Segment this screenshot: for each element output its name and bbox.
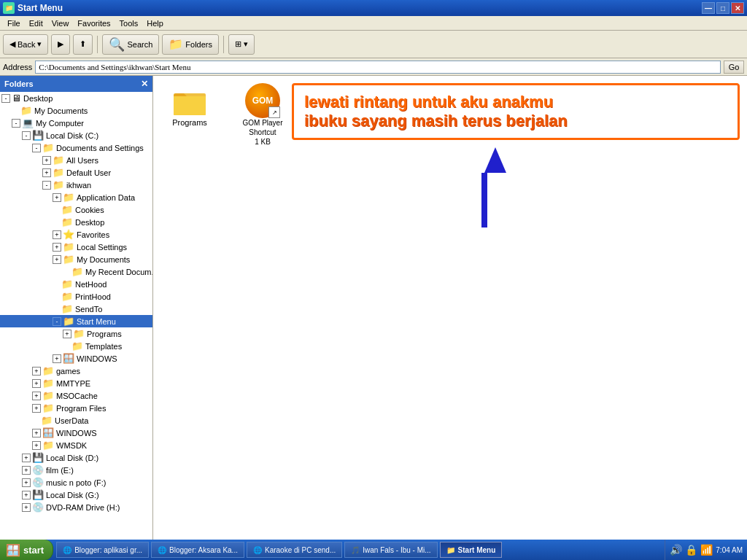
- tree-label-program-files: Program Files: [56, 404, 106, 413]
- minimize-button[interactable]: —: [702, 2, 715, 14]
- toggle-application-data[interactable]: +: [53, 193, 61, 202]
- tree-item-local-disk-c[interactable]: - 💾 Local Disk (C:): [0, 129, 152, 141]
- toggle-my-computer[interactable]: -: [12, 119, 20, 128]
- views-button[interactable]: ⊞ ▾: [228, 34, 255, 55]
- folder-icon-desktop2: 📁: [61, 217, 73, 228]
- folders-button[interactable]: 📁 Folders: [162, 34, 219, 55]
- search-button[interactable]: 🔍 Search: [102, 34, 159, 55]
- toggle-local-disk-c[interactable]: -: [22, 131, 31, 140]
- folder-panel-close[interactable]: ✕: [141, 79, 148, 89]
- maximize-button[interactable]: □: [716, 2, 729, 14]
- taskbar-item-blogger2[interactable]: 🌐 Blogger: Aksara Ka...: [151, 542, 244, 558]
- tree-item-games[interactable]: + 📁 games: [0, 365, 152, 377]
- menu-help[interactable]: Help: [142, 18, 168, 29]
- tree-label-music-f: music n poto (F:): [46, 478, 107, 487]
- back-icon: ◀: [9, 39, 15, 49]
- tree-item-templates[interactable]: 📁 Templates: [0, 340, 152, 352]
- tree-label-local-disk-d: Local Disk (D:): [46, 454, 98, 462]
- taskbar-item-iwan[interactable]: 🎵 Iwan Fals - Ibu - Mi...: [344, 542, 437, 558]
- tree-item-nethood[interactable]: 📁 NetHood: [0, 278, 152, 290]
- tree-item-my-recent[interactable]: 📁 My Recent Docum...: [0, 265, 152, 278]
- go-button[interactable]: Go: [724, 61, 744, 74]
- taskbar-label-karaoke: Karaoke di PC send...: [265, 546, 336, 554]
- file-item-gom[interactable]: GOM ↗ GOM Player Shortcut 1 KB: [233, 83, 292, 147]
- tree-item-my-documents[interactable]: 📁 My Documents: [0, 104, 152, 117]
- arrow-container: [481, 147, 740, 228]
- toggle-start-menu[interactable]: -: [53, 317, 61, 326]
- toggle-windows[interactable]: +: [53, 354, 61, 363]
- tree-item-sendto[interactable]: 📁 SendTo: [0, 303, 152, 315]
- toggle-desktop[interactable]: -: [1, 94, 10, 103]
- folder-icon-local-settings: 📁: [63, 241, 74, 252]
- toggle-music-f[interactable]: +: [22, 478, 31, 487]
- tree-item-film-e[interactable]: + 💿 film (E:): [0, 464, 152, 476]
- back-button[interactable]: ◀ Back ▾: [3, 34, 48, 55]
- tree-item-music-f[interactable]: + 💿 music n poto (F:): [0, 476, 152, 489]
- toggle-local-disk-g[interactable]: +: [22, 491, 31, 499]
- toggle-all-users[interactable]: +: [42, 156, 51, 165]
- toggle-program-files[interactable]: +: [32, 404, 41, 413]
- folder-icon-nethood: 📁: [61, 279, 73, 289]
- toggle-favorites[interactable]: +: [53, 230, 61, 239]
- menu-favorites[interactable]: Favorites: [73, 18, 115, 29]
- toggle-default-user[interactable]: +: [42, 168, 51, 177]
- tree-item-windows2[interactable]: + 🪟 WINDOWS: [0, 427, 152, 439]
- menu-edit[interactable]: Edit: [25, 18, 47, 29]
- tree-item-printhood[interactable]: 📁 PrintHood: [0, 290, 152, 303]
- tree-item-desktop2[interactable]: 📁 Desktop: [0, 216, 152, 228]
- tree-item-local-disk-d[interactable]: + 💾 Local Disk (D:): [0, 451, 152, 464]
- tree-item-desktop[interactable]: - 🖥 Desktop: [0, 92, 152, 104]
- tree-item-ikhwan[interactable]: - 📁 ikhwan: [0, 179, 152, 191]
- menu-tools[interactable]: Tools: [115, 18, 143, 29]
- tree-item-wmsdk[interactable]: + 📁 WMSDK: [0, 439, 152, 451]
- tree-item-my-computer[interactable]: - 💻 My Computer: [0, 117, 152, 129]
- tree-item-default-user[interactable]: + 📁 Default User: [0, 166, 152, 179]
- tree-item-programs[interactable]: + 📁 Programs: [0, 327, 152, 340]
- toggle-local-disk-d[interactable]: +: [22, 454, 31, 462]
- tree-item-local-settings[interactable]: + 📁 Local Settings: [0, 241, 152, 253]
- toggle-local-settings[interactable]: +: [53, 243, 61, 252]
- tree-item-docs-settings[interactable]: - 📁 Documents and Settings: [0, 141, 152, 154]
- forward-button[interactable]: ▶: [51, 34, 70, 55]
- folder-icon-programs: 📁: [73, 328, 85, 339]
- tree-item-dvdram-h[interactable]: + 💿 DVD-RAM Drive (H:): [0, 501, 152, 513]
- taskbar-item-karaoke[interactable]: 🌐 Karaoke di PC send...: [247, 542, 342, 558]
- tree-item-favorites[interactable]: + ⭐ Favorites: [0, 228, 152, 241]
- arrow-stem: [481, 173, 487, 228]
- tree-item-application-data[interactable]: + 📁 Application Data: [0, 191, 152, 203]
- toggle-film-e[interactable]: +: [22, 466, 31, 475]
- tree-item-userdata[interactable]: 📁 UserData: [0, 414, 152, 427]
- tree-item-windows[interactable]: + 🪟 WINDOWS: [0, 352, 152, 365]
- tree-label-desktop: Desktop: [23, 94, 53, 103]
- tree-item-msocache[interactable]: + 📁 MSOCache: [0, 389, 152, 402]
- toggle-msocache[interactable]: +: [32, 392, 41, 400]
- tree-item-local-disk-g[interactable]: + 💾 Local Disk (G:): [0, 489, 152, 501]
- folder-tree[interactable]: - 🖥 Desktop 📁 My Documents - 💻 My Comput: [0, 92, 152, 540]
- menu-view[interactable]: View: [47, 18, 74, 29]
- address-input[interactable]: [35, 61, 721, 74]
- toggle-wmsdk[interactable]: +: [32, 441, 41, 450]
- tree-item-start-menu[interactable]: - 📁 Start Menu: [0, 315, 152, 327]
- file-item-programs[interactable]: Programs: [160, 83, 219, 147]
- close-button[interactable]: ✕: [731, 2, 744, 14]
- up-button[interactable]: ⬆: [73, 34, 93, 55]
- toggle-windows2[interactable]: +: [32, 429, 41, 438]
- toggle-ikhwan[interactable]: -: [42, 181, 51, 190]
- tree-item-cookies[interactable]: 📁 Cookies: [0, 203, 152, 216]
- taskbar-item-blogger1[interactable]: 🌐 Blogger: aplikasi gr...: [56, 542, 149, 558]
- toggle-my-documents2[interactable]: +: [53, 255, 61, 264]
- tree-item-program-files[interactable]: + 📁 Program Files: [0, 402, 152, 414]
- toggle-dvdram-h[interactable]: +: [22, 503, 31, 512]
- tree-item-mmtype[interactable]: + 📁 MMTYPE: [0, 377, 152, 389]
- svg-rect-1: [174, 96, 206, 115]
- start-button[interactable]: 🪟 start: [0, 540, 53, 560]
- tree-item-my-documents2[interactable]: + 📁 My Documents: [0, 253, 152, 265]
- toggle-programs[interactable]: +: [63, 330, 71, 338]
- menu-file[interactable]: File: [3, 18, 25, 29]
- toolbar-separator-1: [97, 36, 98, 53]
- taskbar-item-startmenu[interactable]: 📁 Start Menu: [440, 542, 503, 558]
- toggle-docs-settings[interactable]: -: [32, 144, 41, 152]
- toggle-mmtype[interactable]: +: [32, 379, 41, 388]
- toggle-games[interactable]: +: [32, 367, 41, 376]
- tree-item-all-users[interactable]: + 📁 All Users: [0, 154, 152, 166]
